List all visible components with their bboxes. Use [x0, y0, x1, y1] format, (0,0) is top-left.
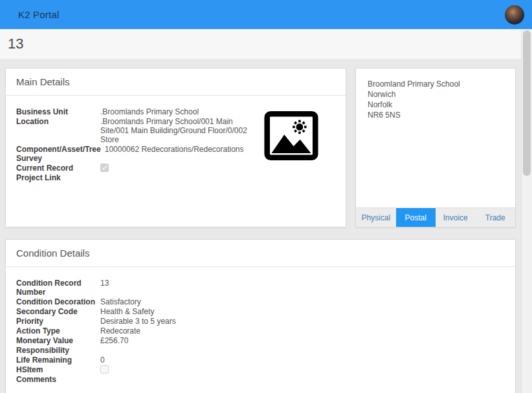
field-row-condition-record-number: Condition Record Number13	[16, 279, 505, 297]
address-line: Norwich	[368, 89, 504, 100]
field-row-monetary-value: Monetary Value£256.70	[16, 336, 505, 345]
condition-decoration-label: Condition Decoration	[16, 297, 100, 306]
field-row-secondary-code: Secondary CodeHealth & Safety	[16, 307, 505, 316]
action-type-label: Action Type	[16, 326, 100, 335]
tab-postal[interactable]: Postal	[396, 208, 436, 227]
address-tabs: PhysicalPostalInvoiceTrade	[356, 207, 515, 227]
image-icon	[263, 110, 319, 164]
main-details-header: Main Details	[6, 69, 346, 96]
topbar: K2 Portal	[0, 0, 532, 29]
business-unit-value: .Broomlands Primary School	[100, 107, 199, 116]
field-row-life-remaining: Life Remaining0	[16, 356, 505, 365]
project-link-label: Project Link	[16, 173, 100, 182]
location-value: .Broomlands Primary School/001 Main Site…	[100, 117, 256, 144]
life-remaining-label: Life Remaining	[16, 356, 100, 365]
action-type-value: Redecorate	[100, 326, 140, 335]
tab-trade[interactable]: Trade	[476, 208, 516, 227]
component-asset-tree-survey-label: Component/Asset/Tree Survey	[16, 145, 105, 163]
field-row-priority: PriorityDesirable 3 to 5 years	[16, 317, 505, 326]
life-remaining-value: 0	[100, 356, 105, 365]
monetary-value-label: Monetary Value	[16, 336, 100, 345]
page-title-bar: 13	[0, 29, 532, 59]
main-content: Main Details Business Unit.Broomlands Pr…	[0, 59, 521, 393]
secondary-code-value: Health & Safety	[100, 307, 154, 316]
address-card: Broomland Primary SchoolNorwichNorfolkNR…	[355, 68, 516, 228]
component-asset-tree-survey-value: 10000062 Redecorations/Redecorations	[105, 145, 244, 154]
current-record-checkbox[interactable]	[100, 164, 109, 172]
main-details-card: Main Details Business Unit.Broomlands Pr…	[5, 68, 346, 228]
scrollbar-thumb[interactable]	[523, 30, 531, 176]
location-label: Location	[16, 117, 100, 126]
responsibility-label: Responsibility	[16, 346, 100, 355]
address-lines: Broomland Primary SchoolNorwichNorfolkNR…	[356, 69, 515, 207]
address-line: Broomland Primary School	[368, 79, 504, 89]
field-row-action-type: Action TypeRedecorate	[16, 326, 505, 335]
user-avatar[interactable]	[505, 5, 524, 25]
condition-record-number-label: Condition Record Number	[16, 279, 100, 297]
priority-value: Desirable 3 to 5 years	[100, 317, 176, 326]
hsitem-value	[100, 365, 109, 374]
field-row-project-link: Project Link	[16, 173, 335, 182]
field-row-comments: Comments	[16, 375, 505, 384]
condition-details-fields: Condition Record Number13Condition Decor…	[16, 279, 505, 384]
vertical-scrollbar[interactable]	[521, 29, 532, 393]
priority-label: Priority	[16, 317, 100, 326]
hsitem-checkbox[interactable]	[100, 365, 109, 374]
secondary-code-label: Secondary Code	[16, 307, 100, 316]
hsitem-label: HSItem	[16, 365, 100, 374]
asset-image-placeholder[interactable]	[256, 105, 326, 168]
current-record-value	[100, 164, 109, 173]
condition-details-card: Condition Details Condition Record Numbe…	[5, 239, 516, 393]
field-row-responsibility: Responsibility	[16, 346, 505, 355]
tab-physical[interactable]: Physical	[356, 208, 396, 227]
field-row-hsitem: HSItem	[16, 365, 505, 374]
comments-label: Comments	[16, 375, 100, 384]
business-unit-label: Business Unit	[16, 107, 100, 116]
page-title: 13	[8, 36, 23, 52]
current-record-label: Current Record	[16, 164, 100, 173]
monetary-value-value: £256.70	[100, 336, 128, 345]
condition-decoration-value: Satisfactory	[100, 297, 141, 306]
tab-invoice[interactable]: Invoice	[436, 208, 476, 227]
field-row-condition-decoration: Condition DecorationSatisfactory	[16, 297, 505, 306]
address-line: Norfolk	[368, 100, 504, 110]
address-line: NR6 5NS	[368, 110, 504, 120]
app-title: K2 Portal	[18, 9, 60, 20]
condition-details-header: Condition Details	[6, 240, 515, 267]
condition-record-number-value: 13	[100, 279, 109, 288]
